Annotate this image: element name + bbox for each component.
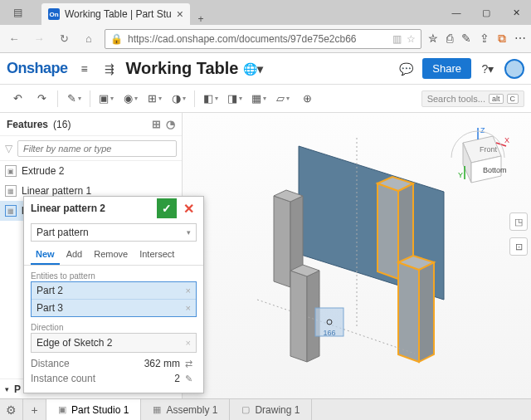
- remove-entity-icon[interactable]: ×: [186, 303, 191, 313]
- tab-remove[interactable]: Remove: [89, 245, 133, 265]
- sweep-button[interactable]: ⊞: [144, 88, 165, 110]
- redo-button[interactable]: ↷: [31, 88, 52, 110]
- close-tab-icon[interactable]: ×: [177, 7, 183, 21]
- tab-intersect[interactable]: Intersect: [134, 245, 179, 265]
- svg-marker-1: [274, 196, 290, 287]
- svg-marker-11: [419, 262, 434, 362]
- undo-button[interactable]: ↶: [7, 88, 28, 110]
- window-maximize[interactable]: ▢: [471, 0, 501, 25]
- onshape-favicon: On: [48, 8, 60, 20]
- url-text: https://cad.onshape.com/documents/97de75…: [128, 33, 387, 45]
- confirm-button[interactable]: ✓: [157, 198, 177, 218]
- globe-icon[interactable]: 🌐▾: [243, 62, 263, 76]
- browser-address-bar: ← → ↻ ⌂ 🔒 https://cad.onshape.com/docume…: [0, 25, 531, 53]
- hub-icon[interactable]: ▤: [0, 0, 35, 25]
- window-minimize[interactable]: —: [441, 0, 471, 25]
- tab-assembly[interactable]: ▦ Assembly 1: [141, 399, 230, 420]
- forward-button[interactable]: →: [30, 30, 48, 48]
- shell-button[interactable]: ▱: [272, 88, 294, 110]
- sketch-button[interactable]: ✎: [63, 88, 85, 110]
- pattern-icon: ▦: [5, 185, 17, 197]
- document-title[interactable]: Working Table 🌐▾: [126, 59, 390, 78]
- view-tool-1[interactable]: ◳: [509, 212, 528, 231]
- browser-titlebar: ▤ On Working Table | Part Stu × + — ▢ ✕: [0, 0, 531, 25]
- svg-text:Bottom: Bottom: [483, 166, 507, 174]
- search-tools[interactable]: Search tools... alt C: [421, 90, 524, 107]
- tab-drawing[interactable]: ▢ Drawing 1: [230, 399, 312, 420]
- window-close[interactable]: ✕: [501, 0, 531, 25]
- drawing-icon: ▢: [241, 404, 250, 415]
- distance-label: Distance: [31, 358, 70, 369]
- extrude-icon: ▣: [5, 165, 17, 177]
- add-feature-icon[interactable]: ⊞: [152, 118, 161, 130]
- chamfer-button[interactable]: ◨: [224, 88, 246, 110]
- view-tool-2[interactable]: ⊡: [509, 237, 528, 256]
- tab-new[interactable]: New: [31, 245, 60, 265]
- menu-icon[interactable]: ≡: [76, 61, 93, 77]
- browser-tab[interactable]: On Working Table | Part Stu ×: [41, 3, 190, 25]
- dialog-title: Linear pattern 2: [31, 203, 105, 214]
- refresh-button[interactable]: ↻: [55, 30, 73, 48]
- flip-direction-icon[interactable]: ⇄: [185, 359, 197, 369]
- count-label: Instance count: [31, 373, 95, 384]
- loft-button[interactable]: ◑: [168, 88, 189, 110]
- reading-list-icon[interactable]: ⎙: [446, 32, 453, 46]
- revolve-button[interactable]: ◉: [119, 88, 141, 110]
- favorites-icon[interactable]: ✮: [428, 32, 438, 46]
- features-heading: Features: [7, 119, 48, 130]
- extensions-icon[interactable]: ⧉: [498, 32, 506, 46]
- linear-pattern-dialog: Linear pattern 2 ✓ ✕ Part pattern New Ad…: [23, 196, 204, 393]
- 3d-viewport[interactable]: 166 Front Bottom Z X Y ◳ ⊡: [183, 113, 531, 398]
- favorite-icon[interactable]: ☆: [407, 33, 416, 45]
- tab-part-studio[interactable]: ▣ Part Studio 1: [46, 399, 141, 420]
- entities-list[interactable]: Part 2× Part 3×: [31, 281, 197, 317]
- direction-field[interactable]: Edge of Sketch 2×: [31, 333, 197, 353]
- tab-title: Working Table | Part Stu: [65, 8, 172, 20]
- avatar[interactable]: [504, 59, 524, 79]
- chevron-down-icon: ▾: [5, 385, 9, 393]
- entity-row: Part 3×: [32, 300, 196, 316]
- manipulator-label: 166: [323, 329, 335, 337]
- clear-direction-icon[interactable]: ×: [186, 338, 191, 348]
- draft-button[interactable]: ▦: [248, 88, 270, 110]
- help-icon[interactable]: ?▾: [480, 61, 496, 77]
- feature-filter-input[interactable]: [17, 140, 177, 157]
- view-cube[interactable]: Front Bottom Z X Y: [445, 125, 511, 191]
- home-button[interactable]: ⌂: [80, 30, 98, 48]
- more-tools-button[interactable]: ⊕: [296, 88, 318, 110]
- extrude-button[interactable]: ▣: [95, 88, 117, 110]
- rollback-icon[interactable]: ◔: [166, 118, 175, 130]
- svg-marker-7: [378, 183, 398, 279]
- comments-icon[interactable]: 💬: [397, 61, 414, 77]
- tab-options-icon[interactable]: ⚙: [0, 399, 23, 420]
- tab-add[interactable]: Add: [61, 245, 88, 265]
- svg-text:Front: Front: [480, 145, 498, 154]
- dropper-icon[interactable]: ✎: [185, 374, 197, 384]
- more-icon[interactable]: ⋯: [514, 32, 526, 46]
- assembly-icon: ▦: [153, 404, 161, 415]
- distance-value[interactable]: 362 mm: [144, 358, 180, 369]
- feature-item[interactable]: ▣ Extrude 2: [0, 161, 182, 181]
- tree-icon[interactable]: ⇶: [101, 61, 118, 77]
- new-tab-button[interactable]: +: [190, 13, 212, 25]
- count-value[interactable]: 2: [174, 373, 180, 384]
- url-box[interactable]: 🔒 https://cad.onshape.com/documents/97de…: [105, 29, 421, 49]
- filter-icon[interactable]: ▽: [5, 143, 12, 154]
- pattern-type-select[interactable]: Part pattern: [31, 223, 197, 242]
- add-tab-button[interactable]: +: [23, 399, 46, 420]
- features-count: (16): [53, 119, 71, 130]
- pattern-icon: ▦: [5, 205, 17, 217]
- fillet-button[interactable]: ◧: [200, 88, 222, 110]
- cancel-button[interactable]: ✕: [180, 201, 197, 217]
- document-tabs: ⚙ + ▣ Part Studio 1 ▦ Assembly 1 ▢ Drawi…: [0, 398, 531, 420]
- reading-view-icon[interactable]: ▥: [392, 33, 402, 45]
- onshape-logo[interactable]: Onshape: [7, 60, 68, 77]
- notes-icon[interactable]: ✎: [461, 32, 471, 46]
- svg-text:Y: Y: [458, 171, 463, 179]
- share-button[interactable]: Share: [422, 58, 471, 79]
- back-button[interactable]: ←: [5, 30, 23, 48]
- app-header: Onshape ≡ ⇶ Working Table 🌐▾ 💬 Share ?▾: [0, 53, 531, 85]
- remove-entity-icon[interactable]: ×: [186, 286, 191, 295]
- svg-marker-10: [398, 262, 419, 362]
- share-icon[interactable]: ⇪: [480, 32, 490, 46]
